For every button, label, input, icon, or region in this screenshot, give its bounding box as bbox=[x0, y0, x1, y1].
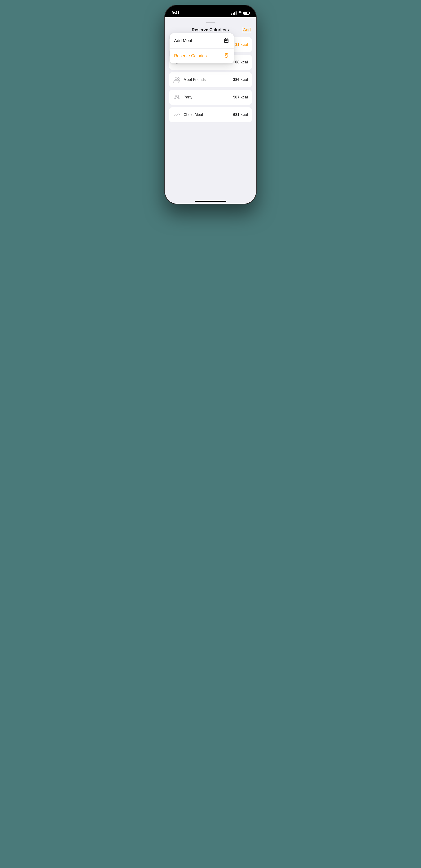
svg-point-3 bbox=[175, 78, 177, 80]
dynamic-island bbox=[196, 8, 225, 17]
activity-name: Meet Friends bbox=[184, 78, 205, 82]
dropdown-item-reserve-calories-label: Reserve Calories bbox=[174, 54, 207, 58]
friends-icon bbox=[173, 76, 181, 84]
phone-frame: 9:41 bbox=[164, 5, 257, 205]
add-button[interactable]: Add bbox=[243, 27, 251, 33]
dropdown-item-add-meal-label: Add Meal bbox=[174, 38, 192, 43]
trend-icon bbox=[173, 111, 181, 119]
dropdown-item-reserve-calories[interactable]: Reserve Calories bbox=[170, 49, 234, 63]
svg-point-6 bbox=[178, 95, 179, 97]
wifi-icon bbox=[238, 11, 242, 15]
nav-title: Reserve Calories bbox=[192, 27, 226, 32]
dropdown-item-add-meal[interactable]: Add Meal bbox=[170, 33, 234, 49]
status-bar: 9:41 bbox=[165, 5, 256, 17]
status-time: 9:41 bbox=[172, 11, 180, 16]
list-item[interactable]: Cheat Meal 681 kcal bbox=[169, 107, 252, 122]
activity-kcal: 681 kcal bbox=[233, 113, 248, 117]
list-item[interactable]: Party 567 kcal bbox=[169, 90, 252, 105]
battery-icon bbox=[244, 11, 249, 15]
screen-content: Reserve Calories ▾ Add Add Meal bbox=[165, 17, 256, 204]
activity-kcal: 08 kcal bbox=[235, 60, 248, 64]
svg-point-4 bbox=[177, 78, 179, 80]
sheet-card: Reserve Calories ▾ Add Add Meal bbox=[165, 20, 256, 204]
svg-point-5 bbox=[175, 96, 177, 97]
phone-inner: 9:41 bbox=[165, 5, 256, 204]
party-icon bbox=[173, 93, 181, 101]
signal-icon bbox=[231, 11, 236, 15]
bag-icon bbox=[223, 37, 229, 44]
svg-point-8 bbox=[177, 97, 179, 99]
chevron-down-icon: ▾ bbox=[228, 28, 229, 32]
hand-icon bbox=[223, 52, 229, 60]
svg-point-7 bbox=[174, 98, 175, 99]
list-item[interactable]: Meet Friends 386 kcal bbox=[169, 72, 252, 87]
activity-kcal: 386 kcal bbox=[233, 78, 248, 82]
activity-kcal: 567 kcal bbox=[233, 95, 248, 99]
home-indicator bbox=[195, 201, 226, 202]
dropdown-menu: Add Meal Reserve Calories bbox=[170, 33, 234, 63]
activity-name: Party bbox=[184, 95, 192, 99]
nav-title-group[interactable]: Reserve Calories ▾ bbox=[192, 27, 229, 32]
activity-kcal: 31 kcal bbox=[235, 42, 248, 47]
svg-point-9 bbox=[179, 98, 180, 99]
activity-name: Cheat Meal bbox=[184, 113, 203, 117]
activity-left: Party bbox=[173, 93, 192, 101]
activity-left: Meet Friends bbox=[173, 76, 205, 84]
status-icons bbox=[231, 11, 249, 15]
activity-left: Cheat Meal bbox=[173, 111, 203, 119]
